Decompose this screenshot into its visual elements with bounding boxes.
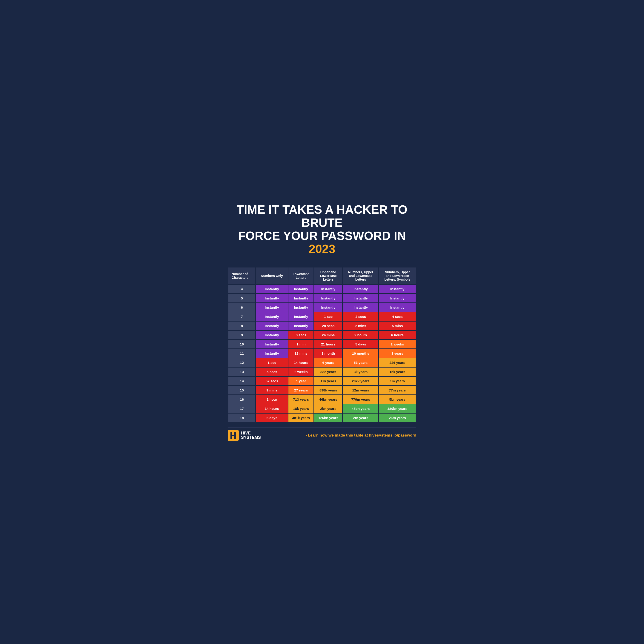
table-row: 121 sec14 hours6 years53 years226 years xyxy=(228,358,416,367)
table-row: 6InstantlyInstantlyInstantlyInstantlyIns… xyxy=(228,303,416,312)
data-cell: 380bn years xyxy=(379,404,416,413)
footer-link-url[interactable]: hivesystems.io/password xyxy=(369,433,416,437)
data-cell: 332 years xyxy=(314,368,342,376)
title-divider xyxy=(228,260,416,260)
table-row: 4InstantlyInstantlyInstantlyInstantlyIns… xyxy=(228,285,416,293)
table-row: 135 secs2 weeks332 years3k years15k year… xyxy=(228,368,416,376)
table-row: 10Instantly1 min21 hours5 days2 weeks xyxy=(228,340,416,348)
char-cell: 6 xyxy=(228,303,255,312)
data-cell: Instantly xyxy=(288,312,313,321)
data-cell: 28 secs xyxy=(314,322,342,330)
title-line2-plain: FORCE YOUR PASSWORD IN xyxy=(238,229,406,242)
data-cell: Instantly xyxy=(343,294,378,302)
data-cell: 5bn years xyxy=(379,395,416,404)
data-cell: Instantly xyxy=(314,303,342,312)
char-cell: 13 xyxy=(228,368,255,376)
data-cell: 2 weeks xyxy=(379,340,416,348)
data-cell: 24 mins xyxy=(314,331,342,339)
table-row: 1714 hours18k years2bn years48bn years38… xyxy=(228,404,416,413)
data-cell: 6 days xyxy=(256,414,288,422)
data-cell: Instantly xyxy=(256,331,288,339)
data-cell: 14 hours xyxy=(288,358,313,367)
password-table: Number ofCharacters Numbers Only Lowerca… xyxy=(228,267,416,423)
data-cell: 713 years xyxy=(288,395,313,404)
data-cell: Instantly xyxy=(256,312,288,321)
data-cell: 26tn years xyxy=(379,414,416,422)
data-cell: 1 sec xyxy=(256,358,288,367)
header-lowercase: LowercaseLetters xyxy=(288,267,313,284)
data-cell: 12m years xyxy=(343,386,378,394)
data-cell: 898k years xyxy=(314,386,342,394)
data-cell: 3k years xyxy=(343,368,378,376)
data-cell: Instantly xyxy=(288,322,313,330)
char-cell: 4 xyxy=(228,285,255,293)
data-cell: 1 min xyxy=(288,340,313,348)
data-cell: 46bn years xyxy=(314,395,342,404)
data-cell: 9 mins xyxy=(256,386,288,394)
footer: HIVE SYSTEMS › Learn how we made this ta… xyxy=(228,427,416,443)
logo-line2: SYSTEMS xyxy=(241,435,261,440)
logo-line1: HIVE xyxy=(241,431,261,436)
data-cell: 2 hours xyxy=(343,331,378,339)
data-cell: Instantly xyxy=(379,303,416,312)
data-cell: 1 hour xyxy=(256,395,288,404)
data-cell: Instantly xyxy=(314,285,342,293)
data-cell: Instantly xyxy=(288,285,313,293)
char-cell: 16 xyxy=(228,395,255,404)
data-cell: 18k years xyxy=(288,404,313,413)
data-cell: 52 secs xyxy=(256,377,288,385)
data-cell: 2bn years xyxy=(314,404,342,413)
data-cell: 5 mins xyxy=(379,322,416,330)
char-cell: 17 xyxy=(228,404,255,413)
data-cell: 3 secs xyxy=(288,331,313,339)
table-row: 11Instantly32 mins1 month10 months3 year… xyxy=(228,349,416,358)
data-cell: 779m years xyxy=(343,395,378,404)
page-title: TIME IT TAKES A HACKER TO BRUTE FORCE YO… xyxy=(228,203,416,256)
data-cell: Instantly xyxy=(256,285,288,293)
table-row: 1452 secs1 year17k years202k years1m yea… xyxy=(228,377,416,385)
data-cell: 15k years xyxy=(379,368,416,376)
data-cell: 1 month xyxy=(314,349,342,358)
data-cell: 5 days xyxy=(343,340,378,348)
title-line1: TIME IT TAKES A HACKER TO BRUTE xyxy=(228,203,416,229)
char-cell: 15 xyxy=(228,386,255,394)
footer-learn-text: › Learn how we made this table at hivesy… xyxy=(305,433,416,438)
logo-area: HIVE SYSTEMS xyxy=(228,430,261,441)
main-container: TIME IT TAKES A HACKER TO BRUTE FORCE YO… xyxy=(219,194,425,450)
data-cell: 2 mins xyxy=(343,322,378,330)
data-cell: 53 years xyxy=(343,358,378,367)
data-cell: 202k years xyxy=(343,377,378,385)
header-chars: Number ofCharacters xyxy=(228,267,255,284)
data-cell: 10 months xyxy=(343,349,378,358)
data-cell: 1 sec xyxy=(314,312,342,321)
data-cell: Instantly xyxy=(256,294,288,302)
data-cell: Instantly xyxy=(343,285,378,293)
footer-learn-label: Learn how we made this table at xyxy=(308,433,369,437)
data-cell: Instantly xyxy=(256,303,288,312)
data-cell: 6 hours xyxy=(379,331,416,339)
data-cell: 48bn years xyxy=(343,404,378,413)
data-cell: 3 years xyxy=(379,349,416,358)
data-cell: Instantly xyxy=(343,303,378,312)
data-cell: 4 secs xyxy=(379,312,416,321)
data-cell: 5 secs xyxy=(256,368,288,376)
char-cell: 8 xyxy=(228,322,255,330)
table-row: 159 mins27 years898k years12m years77m y… xyxy=(228,386,416,394)
data-cell: 1 year xyxy=(288,377,313,385)
data-cell: 27 years xyxy=(288,386,313,394)
data-cell: 126bn years xyxy=(314,414,342,422)
char-cell: 7 xyxy=(228,312,255,321)
data-cell: Instantly xyxy=(379,285,416,293)
data-cell: Instantly xyxy=(256,322,288,330)
table-row: 5InstantlyInstantlyInstantlyInstantlyIns… xyxy=(228,294,416,302)
char-cell: 9 xyxy=(228,331,255,339)
table-row: 186 days481k years126bn years2tn years26… xyxy=(228,414,416,422)
title-line2: FORCE YOUR PASSWORD IN 2023 xyxy=(228,229,416,256)
data-cell: 17k years xyxy=(314,377,342,385)
data-cell: Instantly xyxy=(256,340,288,348)
data-cell: 226 years xyxy=(379,358,416,367)
char-cell: 14 xyxy=(228,377,255,385)
logo-text: HIVE SYSTEMS xyxy=(241,431,261,440)
data-cell: 6 years xyxy=(314,358,342,367)
header-upper-lower: Upper andLowercaseLetters xyxy=(314,267,342,284)
